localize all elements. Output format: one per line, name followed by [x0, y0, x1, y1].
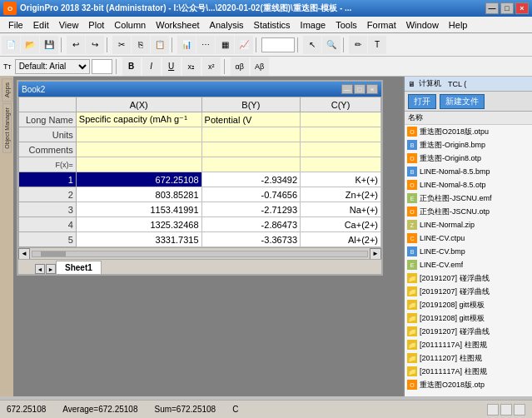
col-B-header[interactable]: B(Y): [201, 97, 300, 112]
scroll-track[interactable]: [32, 251, 368, 257]
col-C-fx[interactable]: [301, 157, 381, 172]
sub-btn[interactable]: x₂: [182, 57, 201, 76]
zoom-in-btn[interactable]: 🔍: [322, 36, 341, 54]
sup-btn[interactable]: x²: [202, 57, 221, 76]
bold-btn[interactable]: B: [122, 57, 141, 76]
row-5-A[interactable]: 3331.7315: [76, 232, 201, 247]
menu-column[interactable]: Column: [109, 18, 151, 32]
scatter-btn[interactable]: ⋯: [196, 36, 215, 54]
list-item[interactable]: 📁 [20111117A] 柱图规: [405, 365, 532, 378]
list-item[interactable]: B 重迭图-Origin8.bmp: [405, 138, 532, 152]
list-item[interactable]: C LINE-CV.ctpu: [405, 231, 532, 245]
row-4-B[interactable]: -2.86473: [201, 217, 300, 232]
bottom-btn-3[interactable]: [514, 404, 525, 416]
maximize-button[interactable]: □: [500, 2, 514, 14]
tab-scroll-left[interactable]: ◄: [35, 264, 45, 274]
row-3-A[interactable]: 1153.41991: [76, 202, 201, 217]
menu-file[interactable]: File: [3, 18, 28, 32]
book2-maximize[interactable]: □: [354, 84, 365, 94]
row-2-C[interactable]: Zn+(2+): [301, 187, 381, 202]
bar-btn[interactable]: ▦: [216, 36, 234, 54]
bottom-btn-2[interactable]: [500, 404, 512, 416]
col-B-comments[interactable]: [201, 142, 300, 157]
row-3-C[interactable]: Na+(+): [301, 202, 381, 217]
list-item[interactable]: E LINE-CV.emf: [405, 258, 532, 271]
menu-image[interactable]: Image: [296, 18, 331, 32]
undo-btn[interactable]: ↩: [67, 36, 85, 54]
col-C-header[interactable]: C(Y): [301, 97, 381, 112]
row-4-A[interactable]: 1325.32468: [76, 217, 201, 232]
row-2-header[interactable]: 2: [19, 187, 77, 202]
alpha-btn[interactable]: αβ: [231, 57, 249, 76]
graph-btn[interactable]: 📊: [177, 36, 196, 54]
save-btn[interactable]: 💾: [40, 36, 58, 54]
menu-worksheet[interactable]: Worksheet: [151, 18, 204, 32]
list-item[interactable]: O LINE-Nomal-8.5.otp: [405, 178, 532, 192]
cut-btn[interactable]: ✂: [112, 36, 131, 54]
menu-view[interactable]: View: [54, 18, 84, 32]
pointer-btn[interactable]: ↖: [303, 36, 321, 54]
menu-analysis[interactable]: Analysis: [205, 18, 249, 32]
text-btn[interactable]: T: [368, 36, 386, 54]
list-item[interactable]: 📁 [20111207] 柱图规: [405, 351, 532, 365]
list-item[interactable]: 📁 [20191208] gitt模板: [405, 298, 532, 311]
vert-label-1[interactable]: Apps: [2, 78, 12, 102]
row-1-header[interactable]: 1: [19, 172, 77, 187]
row-1-C[interactable]: K+(+): [301, 172, 381, 187]
list-item[interactable]: O 重迭图O2018版.otpu: [405, 125, 532, 138]
menu-format[interactable]: Format: [362, 18, 401, 32]
vert-label-2[interactable]: Object Manager: [2, 103, 12, 153]
new-file-button[interactable]: 新建文件: [440, 94, 485, 109]
col-B-fx[interactable]: [201, 157, 300, 172]
draw-btn[interactable]: ✏: [349, 36, 367, 54]
scroll-right[interactable]: ►: [370, 248, 381, 260]
row-3-B[interactable]: -2.71293: [201, 202, 300, 217]
col-A-fx[interactable]: [76, 157, 201, 172]
col-C-comments[interactable]: [301, 142, 381, 157]
row-3-header[interactable]: 3: [19, 202, 77, 217]
col-A-header[interactable]: A(X): [76, 97, 201, 112]
list-item[interactable]: O 正负柱图-JSCNU.otp: [405, 205, 532, 218]
list-item[interactable]: 📁 [20191207] 碰浮曲线: [405, 325, 532, 338]
menu-plot[interactable]: Plot: [83, 18, 109, 32]
col-B-units[interactable]: [201, 127, 300, 142]
window-controls[interactable]: — □ ×: [485, 2, 529, 14]
menu-edit[interactable]: Edit: [28, 18, 54, 32]
greek-btn[interactable]: Αβ: [251, 57, 269, 76]
row-5-C[interactable]: Al+(2+): [301, 232, 381, 247]
underline-btn[interactable]: U: [162, 57, 181, 76]
font-selector[interactable]: Default: Arial: [15, 59, 90, 74]
list-item[interactable]: B LINE-Nomal-8.5.bmp: [405, 165, 532, 178]
scroll-thumb[interactable]: [41, 251, 66, 256]
menu-statistics[interactable]: Statistics: [249, 18, 296, 32]
list-item[interactable]: 📁 [20191207] 碰浮曲线: [405, 285, 532, 298]
row-5-header[interactable]: 5: [19, 232, 77, 247]
scroll-left[interactable]: ◄: [18, 248, 30, 260]
h-scrollbar[interactable]: ◄ ►: [18, 247, 381, 259]
row-4-C[interactable]: Ca+(2+): [301, 217, 381, 232]
tab-scroll-right[interactable]: ►: [46, 264, 56, 274]
minimize-button[interactable]: —: [485, 2, 499, 14]
sheet-tab-1[interactable]: Sheet1: [56, 261, 102, 274]
book2-controls[interactable]: — □ ×: [341, 84, 378, 94]
list-item[interactable]: O 重迭图-Origin8.otp: [405, 152, 532, 165]
col-C-longname[interactable]: [301, 112, 381, 127]
col-B-longname[interactable]: Potential (V: [201, 112, 300, 127]
row-2-B[interactable]: -0.74656: [201, 187, 300, 202]
list-item[interactable]: 📁 [20111117A] 柱图规: [405, 338, 532, 351]
row-1-B[interactable]: -2.93492: [201, 172, 300, 187]
row-5-B[interactable]: -3.36733: [201, 232, 300, 247]
book2-minimize[interactable]: —: [341, 84, 353, 94]
redo-btn[interactable]: ↪: [86, 36, 104, 54]
menu-window[interactable]: Window: [401, 18, 444, 32]
row-4-header[interactable]: 4: [19, 217, 77, 232]
font-size-input[interactable]: 9: [92, 59, 112, 74]
line-btn[interactable]: 📈: [235, 36, 253, 54]
open-button[interactable]: 打开: [408, 94, 436, 109]
close-button[interactable]: ×: [515, 2, 529, 14]
menu-help[interactable]: Help: [444, 18, 473, 32]
copy-btn[interactable]: ⎘: [132, 36, 150, 54]
menu-tools[interactable]: Tools: [331, 18, 362, 32]
list-item[interactable]: O 重迭图O2018版.otp: [405, 378, 532, 391]
book2-close[interactable]: ×: [366, 84, 378, 94]
